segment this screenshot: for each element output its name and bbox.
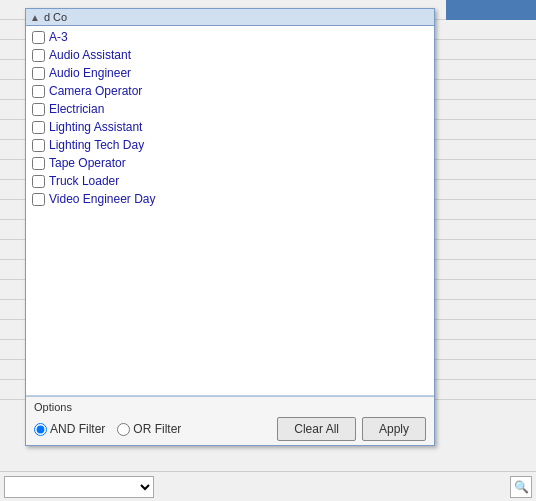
footer-controls: AND Filter OR Filter Clear All Apply (34, 417, 426, 441)
or-filter-label[interactable]: OR Filter (133, 422, 181, 436)
and-filter-radio[interactable] (34, 423, 47, 436)
label-electrician[interactable]: Electrician (49, 102, 104, 116)
or-filter-option[interactable]: OR Filter (117, 422, 181, 436)
label-audio_assistant[interactable]: Audio Assistant (49, 48, 131, 62)
checkbox-audio_assistant[interactable] (32, 49, 45, 62)
bottom-bar: 🔍 (0, 471, 536, 501)
options-label: Options (34, 401, 426, 413)
label-truck_loader[interactable]: Truck Loader (49, 174, 119, 188)
checkbox-a3[interactable] (32, 31, 45, 44)
list-item[interactable]: Lighting Assistant (26, 118, 434, 136)
filter-radio-group: AND Filter OR Filter (34, 422, 181, 436)
checklist-area[interactable]: A-3Audio AssistantAudio EngineerCamera O… (26, 26, 434, 396)
checkbox-truck_loader[interactable] (32, 175, 45, 188)
list-item[interactable]: Video Engineer Day (26, 190, 434, 208)
label-tape_operator[interactable]: Tape Operator (49, 156, 126, 170)
or-filter-radio[interactable] (117, 423, 130, 436)
column-header-bar (446, 0, 536, 20)
and-filter-label[interactable]: AND Filter (50, 422, 105, 436)
checkbox-lighting_tech_day[interactable] (32, 139, 45, 152)
clear-all-button[interactable]: Clear All (277, 417, 356, 441)
checkbox-tape_operator[interactable] (32, 157, 45, 170)
filter-footer: Options AND Filter OR Filter Clear All A… (26, 396, 434, 445)
label-audio_engineer[interactable]: Audio Engineer (49, 66, 131, 80)
list-item[interactable]: Electrician (26, 100, 434, 118)
dropdown-header[interactable]: ▲ d Co (26, 9, 434, 26)
sort-triangle-icon: ▲ (30, 12, 40, 23)
checkbox-electrician[interactable] (32, 103, 45, 116)
label-a3[interactable]: A-3 (49, 30, 68, 44)
label-lighting_assistant[interactable]: Lighting Assistant (49, 120, 142, 134)
label-video_engineer_day[interactable]: Video Engineer Day (49, 192, 156, 206)
list-item[interactable]: Camera Operator (26, 82, 434, 100)
filter-dropdown-panel: ▲ d Co A-3Audio AssistantAudio EngineerC… (25, 8, 435, 446)
list-item[interactable]: Audio Assistant (26, 46, 434, 64)
list-item[interactable]: A-3 (26, 28, 434, 46)
and-filter-option[interactable]: AND Filter (34, 422, 105, 436)
apply-button[interactable]: Apply (362, 417, 426, 441)
list-item[interactable]: Audio Engineer (26, 64, 434, 82)
list-item[interactable]: Truck Loader (26, 172, 434, 190)
label-camera_operator[interactable]: Camera Operator (49, 84, 142, 98)
checkbox-audio_engineer[interactable] (32, 67, 45, 80)
column-label: d Co (44, 11, 67, 23)
checkbox-lighting_assistant[interactable] (32, 121, 45, 134)
checkbox-video_engineer_day[interactable] (32, 193, 45, 206)
action-buttons: Clear All Apply (277, 417, 426, 441)
bottom-dropdown[interactable] (4, 476, 154, 498)
list-item[interactable]: Lighting Tech Day (26, 136, 434, 154)
checkbox-camera_operator[interactable] (32, 85, 45, 98)
search-icon: 🔍 (514, 480, 529, 494)
search-button[interactable]: 🔍 (510, 476, 532, 498)
list-item[interactable]: Tape Operator (26, 154, 434, 172)
label-lighting_tech_day[interactable]: Lighting Tech Day (49, 138, 144, 152)
